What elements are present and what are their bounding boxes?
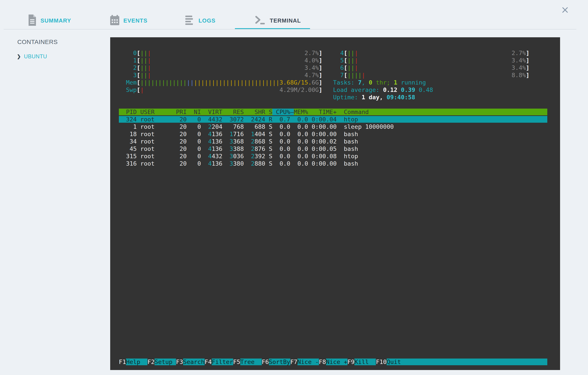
htop-tasks-line: Tasks: 7, 0 thr; 1 running xyxy=(333,79,529,86)
htop-process-row-18: 18 root 20 0 4136 1716 1404 S 0.0 0.0 0:… xyxy=(119,131,547,138)
htop-left-meters: 0[||| 2.7%] 1[||| 4.0%] 2[||| 3.4%] 3[||… xyxy=(119,49,322,94)
htop-cpu2-meter: 2[||| 3.4%] xyxy=(119,64,322,72)
htop-load-line: Load average: 0.12 0.39 0.48 xyxy=(333,86,529,94)
tab-events-label: EVENTS xyxy=(123,17,147,24)
tab-events[interactable]: EVENTS xyxy=(110,13,147,28)
fkey-f9-key[interactable]: F9 xyxy=(347,359,355,365)
htop-process-row-324: 324 root 20 0 4432 3072 2424 R 0.7 0.0 0… xyxy=(119,116,547,123)
fkey-f3-search-button[interactable]: Search xyxy=(183,359,205,365)
fkey-f4-key[interactable]: F4 xyxy=(205,359,212,365)
tab-logs-label: LOGS xyxy=(199,17,215,24)
htop-cpu6-meter: 6[||| 3.4%] xyxy=(333,64,529,72)
htop-cpu1-meter: 1[||| 4.0%] xyxy=(119,57,322,64)
calendar-icon xyxy=(110,15,120,26)
htop-fkey-block: F1Help F2Setup F3SearchF4FilterF5Tree F6… xyxy=(119,358,547,366)
fkey-f2-setup-button[interactable]: Setup xyxy=(155,359,176,365)
htop-process-table: PID USER PRI NI VIRT RES SHR S CPU%–MEM%… xyxy=(119,108,547,167)
sidebar-item-ubuntu[interactable]: ❯ UBUNTU xyxy=(17,53,47,60)
fkey-f2-key[interactable]: F2 xyxy=(147,359,155,365)
fkey-f10-key[interactable]: F10 xyxy=(376,359,387,365)
sidebar-item-label: UBUNTU xyxy=(24,53,47,60)
htop-swap-meter: Swp[| 4.29M/2.00G] xyxy=(119,86,322,94)
log-lines-icon xyxy=(185,15,195,26)
htop-process-row-1: 1 root 20 0 2204 768 688 S 0.0 0.0 0:00.… xyxy=(119,123,547,131)
fkey-f7-key[interactable]: F7 xyxy=(290,359,297,365)
fkey-f6-sortby-button[interactable]: SortBy xyxy=(269,359,290,365)
fkey-f1-help-button[interactable]: Help xyxy=(126,359,147,365)
tab-summary[interactable]: SUMMARY xyxy=(28,13,71,28)
htop-cpu0-meter: 0[||| 2.7%] xyxy=(119,49,322,57)
fkey-f8-nice-button[interactable]: Nice + xyxy=(326,359,347,365)
tab-terminal[interactable]: TERMINAL xyxy=(255,13,301,28)
terminal-screen[interactable]: 0[||| 2.7%] 1[||| 4.0%] 2[||| 3.4%] 3[||… xyxy=(110,37,560,370)
htop-cpu3-meter: 3[||| 4.7%] xyxy=(119,72,322,79)
tab-summary-label: SUMMARY xyxy=(41,17,71,24)
htop-uptime-line: Uptime: 1 day, 09:40:58 xyxy=(333,94,529,101)
htop-process-row-34: 34 root 20 0 4136 3368 2868 S 0.0 0.0 0:… xyxy=(119,138,547,145)
fkey-f4-filter-button[interactable]: Filter xyxy=(212,359,233,365)
htop-mem-meter: Mem[||||||||||||||||||||||||||||||||||||… xyxy=(119,79,322,86)
fkey-f3-key[interactable]: F3 xyxy=(176,359,183,365)
htop-fkey-bar: F1Help F2Setup F3SearchF4FilterF5Tree F6… xyxy=(119,358,547,366)
containers-heading: CONTAINERS xyxy=(17,39,58,45)
header-divider xyxy=(4,29,576,30)
fkey-f8-key[interactable]: F8 xyxy=(319,359,326,365)
document-icon xyxy=(28,14,37,27)
htop-cpu5-meter: 5[||| 3.4%] xyxy=(333,57,529,64)
htop-right-meters: 4[||| 2.7%] 5[||| 3.4%] 6[||| 3.4%] 7[||… xyxy=(333,49,529,101)
fkey-f7-nice-button[interactable]: Nice - xyxy=(297,359,319,365)
fkey-f10-quit-button[interactable]: Quit xyxy=(387,359,408,365)
fkey-f9-kill-button[interactable]: Kill xyxy=(354,359,376,365)
fkey-f5-key[interactable]: F5 xyxy=(233,359,240,365)
close-icon xyxy=(561,6,569,14)
tab-bar: SUMMARY EVENTS LOGS TERMINAL xyxy=(0,0,588,30)
htop-table-header: PID USER PRI NI VIRT RES SHR S CPU%–MEM%… xyxy=(119,108,547,116)
fkey-f1-key[interactable]: F1 xyxy=(119,359,126,365)
fkey-f5-tree-button[interactable]: Tree xyxy=(240,359,262,365)
close-button[interactable] xyxy=(560,5,570,16)
terminal-prompt-icon xyxy=(255,15,266,26)
htop-process-row-315: 315 root 20 0 4432 3036 2392 S 0.0 0.0 0… xyxy=(119,153,547,160)
htop-cpu4-meter: 4[||| 2.7%] xyxy=(333,49,529,57)
htop-process-row-316: 316 root 20 0 4136 3380 2880 S 0.0 0.0 0… xyxy=(119,160,547,167)
tab-terminal-label: TERMINAL xyxy=(270,17,301,24)
fkey-bar-filler xyxy=(408,359,547,365)
htop-process-row-45: 45 root 20 0 4136 3388 2876 S 0.0 0.0 0:… xyxy=(119,145,547,153)
tab-logs[interactable]: LOGS xyxy=(185,13,215,28)
fkey-f6-key[interactable]: F6 xyxy=(262,359,269,365)
htop-cpu7-meter: 7[||||| 8.8%] xyxy=(333,72,529,79)
chevron-right-icon: ❯ xyxy=(17,54,21,59)
